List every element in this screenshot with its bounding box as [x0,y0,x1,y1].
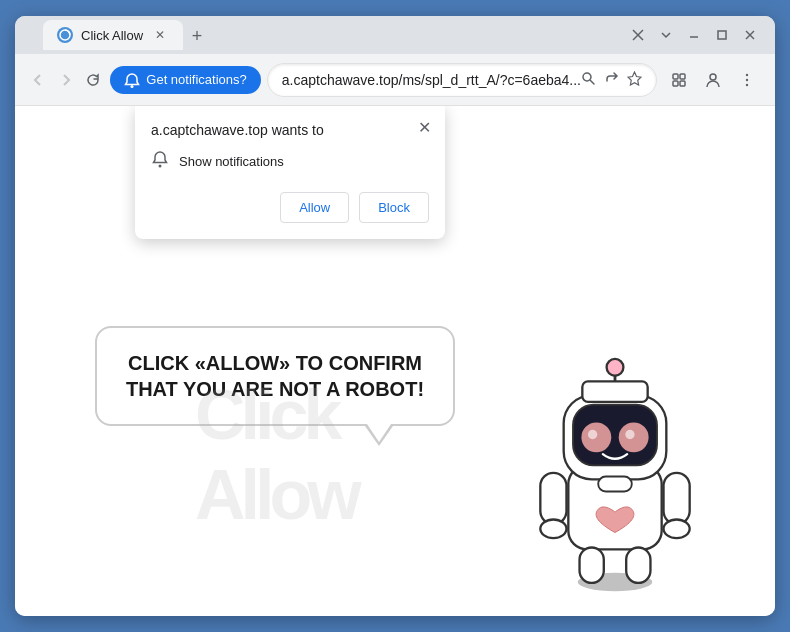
tab-close-button[interactable]: ✕ [151,26,169,44]
window-close-button[interactable] [737,22,763,48]
share-icon[interactable] [604,71,619,89]
browser-window: Click Allow ✕ + [15,16,775,616]
svg-rect-4 [718,31,726,39]
tab-bar: Click Allow ✕ + [43,20,617,50]
svg-point-36 [588,430,597,439]
tab-favicon [57,27,73,43]
back-button[interactable] [27,64,49,96]
address-bar-icons [581,71,642,89]
svg-point-16 [746,73,748,75]
popup-notification-text: Show notifications [179,154,284,169]
svg-rect-29 [626,547,650,582]
extensions-button[interactable] [663,64,695,96]
forward-button[interactable] [55,64,77,96]
notification-button[interactable]: Get notifications? [110,66,260,94]
svg-rect-25 [664,473,690,524]
allow-button[interactable]: Allow [280,192,349,223]
window-minimize-button[interactable] [681,22,707,48]
chevron-down-icon[interactable] [653,22,679,48]
new-tab-button[interactable]: + [183,22,211,50]
svg-point-27 [664,519,690,538]
bubble-text: CLICK «ALLOW» TO CONFIRM THAT YOU ARE NO… [126,352,424,400]
svg-text:Allow: Allow [195,456,362,534]
svg-rect-11 [673,74,678,79]
svg-point-15 [710,74,716,80]
svg-line-9 [591,80,595,84]
title-bar-controls [625,22,763,48]
svg-point-37 [625,430,634,439]
block-button[interactable]: Block [359,192,429,223]
svg-rect-14 [680,81,685,86]
search-icon[interactable] [581,71,596,89]
robot-character [515,316,715,596]
url-text: a.captchawave.top/ms/spl_d_rtt_A/?c=6aeb… [282,72,581,88]
svg-point-19 [159,165,162,168]
bell-icon [151,150,169,172]
minimize-button[interactable] [625,22,651,48]
svg-rect-24 [540,473,566,524]
speech-bubble: CLICK «ALLOW» TO CONFIRM THAT YOU ARE NO… [95,326,455,426]
popup-close-button[interactable]: ✕ [413,116,435,138]
active-tab[interactable]: Click Allow ✕ [43,20,183,50]
nav-bar: Get notifications? a.captchawave.top/ms/… [15,54,775,106]
svg-rect-12 [680,74,685,79]
tab-title: Click Allow [81,28,143,43]
svg-point-26 [540,519,566,538]
popup-buttons: Allow Block [151,192,429,223]
svg-point-33 [607,359,624,376]
notification-button-label: Get notifications? [146,72,246,87]
svg-point-17 [746,78,748,80]
svg-point-18 [746,83,748,85]
notification-popup: ✕ a.captchawave.top wants to Show notifi… [135,106,445,239]
refresh-button[interactable] [83,64,105,96]
svg-rect-28 [580,547,604,582]
title-bar: Click Allow ✕ + [15,16,775,54]
page-content: ✕ a.captchawave.top wants to Show notifi… [15,106,775,616]
popup-title: a.captchawave.top wants to [151,122,429,138]
svg-marker-10 [628,72,641,85]
svg-rect-38 [598,477,632,492]
svg-rect-13 [673,81,678,86]
bookmark-icon[interactable] [627,71,642,89]
menu-button[interactable] [731,64,763,96]
svg-point-7 [131,85,134,88]
nav-right-controls [663,64,763,96]
address-bar[interactable]: a.captchawave.top/ms/spl_d_rtt_A/?c=6aeb… [267,63,657,97]
svg-point-34 [581,422,611,452]
popup-notification-row: Show notifications [151,150,429,172]
window-maximize-button[interactable] [709,22,735,48]
profile-button[interactable] [697,64,729,96]
svg-rect-39 [582,381,647,402]
svg-point-8 [583,73,591,81]
